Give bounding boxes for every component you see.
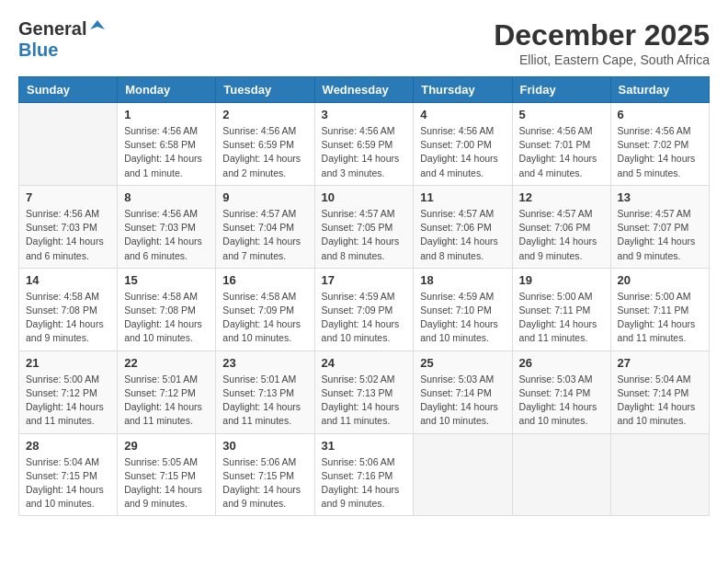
weekday-header-tuesday: Tuesday: [216, 77, 314, 103]
weekday-header-row: SundayMondayTuesdayWednesdayThursdayFrid…: [19, 77, 710, 103]
day-info: Sunrise: 5:00 AM Sunset: 7:12 PM Dayligh…: [26, 373, 110, 429]
calendar-cell: 24Sunrise: 5:02 AM Sunset: 7:13 PM Dayli…: [314, 350, 414, 433]
day-number: 16: [222, 273, 307, 287]
logo-general: General: [18, 18, 86, 40]
day-number: 17: [322, 273, 407, 287]
day-number: 6: [618, 108, 702, 121]
day-number: 27: [618, 356, 702, 370]
day-number: 4: [420, 108, 505, 121]
calendar-cell: 13Sunrise: 4:57 AM Sunset: 7:07 PM Dayli…: [610, 185, 709, 268]
day-info: Sunrise: 5:05 AM Sunset: 7:15 PM Dayligh…: [124, 455, 209, 511]
month-title: December 2025: [494, 18, 710, 52]
day-info: Sunrise: 4:56 AM Sunset: 7:00 PM Dayligh…: [420, 124, 505, 180]
day-info: Sunrise: 5:02 AM Sunset: 7:13 PM Dayligh…: [322, 373, 407, 429]
day-info: Sunrise: 5:00 AM Sunset: 7:11 PM Dayligh…: [519, 290, 604, 346]
day-number: 10: [322, 190, 407, 204]
calendar-cell: 20Sunrise: 5:00 AM Sunset: 7:11 PM Dayli…: [610, 268, 709, 350]
weekday-header-friday: Friday: [512, 77, 610, 103]
day-info: Sunrise: 5:06 AM Sunset: 7:16 PM Dayligh…: [322, 455, 407, 511]
day-info: Sunrise: 4:59 AM Sunset: 7:09 PM Dayligh…: [322, 290, 407, 346]
calendar-cell: 29Sunrise: 5:05 AM Sunset: 7:15 PM Dayli…: [118, 433, 216, 516]
day-info: Sunrise: 4:56 AM Sunset: 7:03 PM Dayligh…: [124, 207, 209, 263]
day-info: Sunrise: 4:58 AM Sunset: 7:08 PM Dayligh…: [124, 290, 209, 346]
weekday-header-monday: Monday: [118, 77, 216, 103]
calendar-cell: 18Sunrise: 4:59 AM Sunset: 7:10 PM Dayli…: [414, 268, 512, 350]
day-info: Sunrise: 4:56 AM Sunset: 7:02 PM Dayligh…: [618, 124, 702, 180]
calendar-cell: 6Sunrise: 4:56 AM Sunset: 7:02 PM Daylig…: [610, 103, 709, 186]
day-info: Sunrise: 4:57 AM Sunset: 7:07 PM Dayligh…: [618, 207, 702, 263]
calendar-cell: 8Sunrise: 4:56 AM Sunset: 7:03 PM Daylig…: [118, 185, 216, 268]
calendar-cell: 1Sunrise: 4:56 AM Sunset: 6:58 PM Daylig…: [118, 103, 216, 186]
svg-marker-0: [90, 20, 105, 29]
day-info: Sunrise: 5:03 AM Sunset: 7:14 PM Dayligh…: [420, 373, 505, 429]
day-info: Sunrise: 4:57 AM Sunset: 7:05 PM Dayligh…: [322, 207, 407, 263]
logo: General Blue: [18, 18, 107, 61]
day-number: 2: [222, 108, 307, 121]
day-number: 18: [420, 273, 505, 287]
day-info: Sunrise: 5:00 AM Sunset: 7:11 PM Dayligh…: [618, 290, 702, 346]
header: General Blue December 2025 Elliot, Easte…: [18, 18, 710, 67]
day-number: 3: [322, 108, 407, 121]
day-number: 23: [222, 356, 307, 370]
calendar-cell: 11Sunrise: 4:57 AM Sunset: 7:06 PM Dayli…: [414, 185, 512, 268]
calendar-cell: 4Sunrise: 4:56 AM Sunset: 7:00 PM Daylig…: [414, 103, 512, 186]
calendar-cell: 5Sunrise: 4:56 AM Sunset: 7:01 PM Daylig…: [512, 103, 610, 186]
calendar-cell: 19Sunrise: 5:00 AM Sunset: 7:11 PM Dayli…: [512, 268, 610, 350]
calendar-cell: 26Sunrise: 5:03 AM Sunset: 7:14 PM Dayli…: [512, 350, 610, 433]
day-info: Sunrise: 4:57 AM Sunset: 7:06 PM Dayligh…: [420, 207, 505, 263]
day-number: 14: [26, 273, 110, 287]
calendar-cell: [414, 433, 512, 516]
day-info: Sunrise: 4:58 AM Sunset: 7:08 PM Dayligh…: [26, 290, 110, 346]
week-row-1: 1Sunrise: 4:56 AM Sunset: 6:58 PM Daylig…: [19, 103, 710, 186]
day-number: 1: [124, 108, 209, 121]
day-number: 15: [124, 273, 209, 287]
calendar-cell: 27Sunrise: 5:04 AM Sunset: 7:14 PM Dayli…: [610, 350, 709, 433]
day-number: 28: [26, 439, 110, 453]
day-info: Sunrise: 4:57 AM Sunset: 7:06 PM Dayligh…: [519, 207, 604, 263]
day-number: 24: [322, 356, 407, 370]
weekday-header-wednesday: Wednesday: [314, 77, 414, 103]
day-info: Sunrise: 4:59 AM Sunset: 7:10 PM Dayligh…: [420, 290, 505, 346]
day-number: 30: [222, 439, 307, 453]
day-info: Sunrise: 4:58 AM Sunset: 7:09 PM Dayligh…: [222, 290, 307, 346]
day-info: Sunrise: 4:57 AM Sunset: 7:04 PM Dayligh…: [222, 207, 307, 263]
calendar-cell: 30Sunrise: 5:06 AM Sunset: 7:15 PM Dayli…: [216, 433, 314, 516]
day-number: 13: [618, 190, 702, 204]
calendar-cell: 2Sunrise: 4:56 AM Sunset: 6:59 PM Daylig…: [216, 103, 314, 186]
location-title: Elliot, Eastern Cape, South Africa: [494, 52, 710, 67]
day-number: 19: [519, 273, 604, 287]
calendar-cell: 28Sunrise: 5:04 AM Sunset: 7:15 PM Dayli…: [19, 433, 118, 516]
day-number: 26: [519, 356, 604, 370]
calendar-cell: 31Sunrise: 5:06 AM Sunset: 7:16 PM Dayli…: [314, 433, 414, 516]
calendar-cell: 10Sunrise: 4:57 AM Sunset: 7:05 PM Dayli…: [314, 185, 414, 268]
weekday-header-saturday: Saturday: [610, 77, 709, 103]
day-number: 9: [222, 190, 307, 204]
logo-blue: Blue: [18, 40, 58, 60]
day-number: 12: [519, 190, 604, 204]
calendar-cell: 25Sunrise: 5:03 AM Sunset: 7:14 PM Dayli…: [414, 350, 512, 433]
week-row-5: 28Sunrise: 5:04 AM Sunset: 7:15 PM Dayli…: [19, 433, 710, 516]
weekday-header-thursday: Thursday: [414, 77, 512, 103]
day-number: 8: [124, 190, 209, 204]
week-row-4: 21Sunrise: 5:00 AM Sunset: 7:12 PM Dayli…: [19, 350, 710, 433]
calendar-cell: 16Sunrise: 4:58 AM Sunset: 7:09 PM Dayli…: [216, 268, 314, 350]
day-number: 21: [26, 356, 110, 370]
calendar-cell: 9Sunrise: 4:57 AM Sunset: 7:04 PM Daylig…: [216, 185, 314, 268]
calendar-cell: 23Sunrise: 5:01 AM Sunset: 7:13 PM Dayli…: [216, 350, 314, 433]
calendar-cell: 3Sunrise: 4:56 AM Sunset: 6:59 PM Daylig…: [314, 103, 414, 186]
calendar-cell: [512, 433, 610, 516]
day-number: 5: [519, 108, 604, 121]
day-info: Sunrise: 5:01 AM Sunset: 7:13 PM Dayligh…: [222, 373, 307, 429]
day-info: Sunrise: 4:56 AM Sunset: 6:59 PM Dayligh…: [322, 124, 407, 180]
calendar-cell: 15Sunrise: 4:58 AM Sunset: 7:08 PM Dayli…: [118, 268, 216, 350]
day-number: 29: [124, 439, 209, 453]
day-number: 7: [26, 190, 110, 204]
day-info: Sunrise: 5:04 AM Sunset: 7:14 PM Dayligh…: [618, 373, 702, 429]
weekday-header-sunday: Sunday: [19, 77, 118, 103]
calendar: SundayMondayTuesdayWednesdayThursdayFrid…: [18, 76, 710, 516]
day-number: 31: [322, 439, 407, 453]
day-info: Sunrise: 5:03 AM Sunset: 7:14 PM Dayligh…: [519, 373, 604, 429]
week-row-3: 14Sunrise: 4:58 AM Sunset: 7:08 PM Dayli…: [19, 268, 710, 350]
day-info: Sunrise: 5:06 AM Sunset: 7:15 PM Dayligh…: [222, 455, 307, 511]
calendar-cell: 17Sunrise: 4:59 AM Sunset: 7:09 PM Dayli…: [314, 268, 414, 350]
